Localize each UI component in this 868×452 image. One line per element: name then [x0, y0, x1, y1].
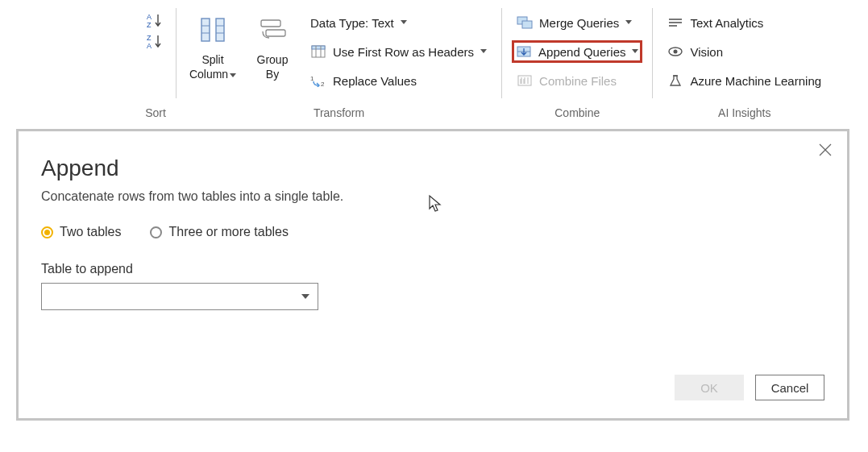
merge-queries-button[interactable]: Merge Queries [512, 11, 642, 34]
text-analytics-icon [667, 15, 683, 30]
radio-two-tables[interactable]: Two tables [41, 225, 121, 239]
ribbon-group-ai: Text Analytics Vision Azure Machine Lear… [653, 0, 836, 122]
svg-rect-15 [312, 46, 325, 49]
sort-asc-button[interactable]: A Z [146, 11, 165, 29]
ribbon-group-combine: Merge Queries Append Queries Combine Fil… [502, 0, 652, 122]
table-to-append-combo[interactable] [41, 283, 318, 310]
cancel-button[interactable]: Cancel [755, 375, 824, 400]
svg-rect-7 [216, 19, 224, 41]
close-button[interactable] [818, 143, 833, 160]
ribbon: A Z Z A Sort [0, 0, 868, 122]
close-icon [818, 143, 833, 157]
ribbon-group-transform: Split Column Group By Data Type: Text [177, 0, 501, 122]
chevron-down-icon [480, 49, 487, 54]
chevron-down-icon [625, 20, 632, 25]
table-headers-icon [310, 44, 326, 59]
dialog-description: Concatenate rows from two tables into a … [41, 189, 824, 204]
merge-icon [517, 15, 533, 30]
sort-desc-button[interactable]: Z A [146, 32, 165, 50]
svg-text:Z: Z [147, 21, 152, 28]
append-dialog: Append Concatenate rows from two tables … [16, 129, 849, 421]
text-analytics-button[interactable]: Text Analytics [662, 11, 826, 34]
group-by-button[interactable]: Group By [243, 6, 302, 81]
combine-files-icon [517, 73, 533, 88]
svg-rect-12 [261, 20, 280, 27]
svg-text:2: 2 [321, 81, 325, 87]
append-icon [516, 44, 532, 59]
combine-files-button: Combine Files [512, 69, 642, 92]
replace-values-button[interactable]: 12 Replace Values [305, 69, 492, 92]
svg-text:A: A [147, 13, 152, 21]
svg-rect-21 [522, 21, 532, 28]
radio-icon [150, 226, 162, 238]
svg-rect-6 [201, 19, 210, 41]
ribbon-group-label: Sort [135, 106, 176, 122]
radio-three-or-more-tables[interactable]: Three or more tables [150, 225, 289, 239]
append-queries-button[interactable]: Append Queries [512, 40, 642, 63]
chevron-down-icon [632, 49, 638, 54]
dialog-title: Append [41, 156, 824, 181]
ok-button[interactable]: OK [675, 375, 744, 400]
first-row-headers-button[interactable]: Use First Row as Headers [305, 40, 492, 63]
data-type-button[interactable]: Data Type: Text [305, 11, 492, 34]
split-column-button[interactable]: Split Column [183, 6, 243, 82]
vision-button[interactable]: Vision [662, 40, 826, 63]
replace-icon: 12 [310, 73, 326, 88]
field-label: Table to append [41, 262, 824, 276]
svg-text:Z: Z [147, 34, 152, 42]
ribbon-group-label: Transform [177, 106, 501, 122]
chevron-down-icon [230, 68, 236, 82]
ribbon-group-label: Combine [502, 106, 652, 122]
radio-icon [41, 226, 53, 238]
svg-text:1: 1 [310, 75, 314, 82]
svg-rect-13 [266, 30, 285, 36]
chevron-down-icon [401, 20, 407, 25]
svg-text:A: A [147, 42, 152, 49]
flask-icon [667, 73, 683, 88]
ribbon-group-label: AI Insights [653, 106, 836, 122]
ribbon-group-sort: A Z Z A Sort [135, 0, 176, 122]
azure-ml-button[interactable]: Azure Machine Learning [662, 69, 826, 92]
eye-icon [667, 44, 683, 59]
svg-point-29 [674, 50, 678, 54]
chevron-down-icon [301, 294, 309, 299]
